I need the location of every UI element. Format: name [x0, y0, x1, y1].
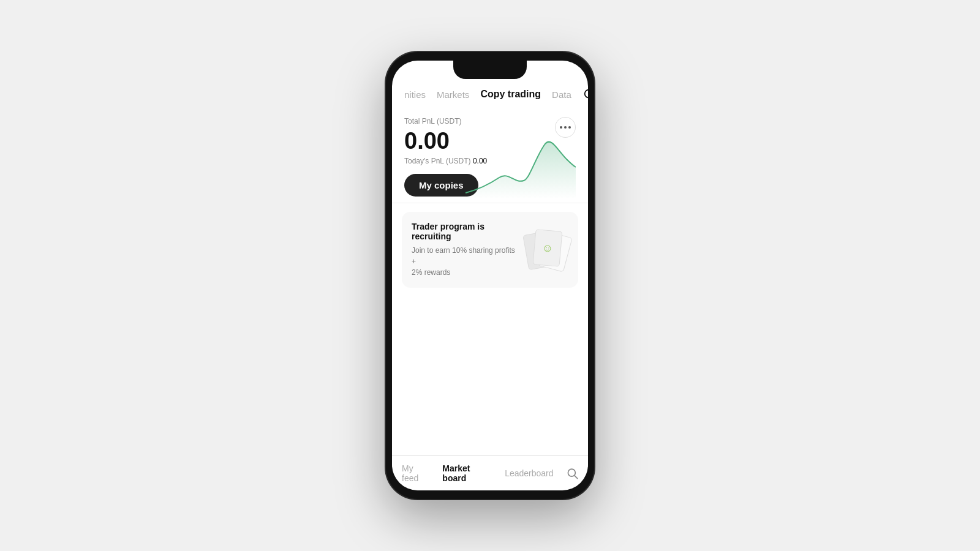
trader-card-desc: Join to earn 10% sharing profits +2% rew…	[412, 245, 519, 278]
bottom-tabs: My feed Market board Leaderboard	[392, 455, 588, 490]
tab-leaderboard[interactable]: Leaderboard	[505, 468, 553, 478]
nav-item-markets[interactable]: Markets	[437, 89, 469, 100]
dots-icon	[560, 126, 571, 129]
svg-point-0	[584, 90, 588, 98]
notch	[453, 61, 527, 79]
chart-svg	[466, 126, 576, 199]
pnl-label: Total PnL (USDT)	[404, 117, 576, 126]
screen-content: nities Markets Copy trading Data Total P…	[392, 61, 588, 490]
phone-wrapper: nities Markets Copy trading Data Total P…	[386, 52, 594, 499]
nav-item-data[interactable]: Data	[552, 89, 571, 100]
top-nav: nities Markets Copy trading Data	[392, 79, 588, 107]
person-icon: ☺	[541, 241, 554, 255]
trader-card-image: ★ ☺ T	[526, 230, 568, 270]
tab-my-feed[interactable]: My feed	[402, 463, 430, 483]
spacer	[392, 296, 588, 455]
pnl-content-row: Total PnL (USDT) 0.00 Today's PnL (USDT)…	[404, 117, 576, 197]
trader-card-text: Trader program is recruiting Join to ear…	[412, 222, 519, 278]
divider-1	[392, 203, 588, 203]
nav-item-opportunities[interactable]: nities	[404, 89, 426, 100]
pnl-today-label: Today's PnL (USDT)	[404, 157, 471, 165]
chart-area	[466, 126, 576, 199]
nav-item-copy-trading[interactable]: Copy trading	[480, 89, 541, 100]
bottom-search-icon[interactable]	[566, 467, 578, 480]
card-2: ☺	[533, 229, 563, 267]
nav-search-icon[interactable]	[582, 88, 588, 101]
phone-screen: nities Markets Copy trading Data Total P…	[392, 61, 588, 490]
svg-line-3	[575, 476, 578, 479]
tab-market-board[interactable]: Market board	[442, 463, 492, 483]
pnl-section: Total PnL (USDT) 0.00 Today's PnL (USDT)…	[392, 107, 588, 203]
trader-card[interactable]: Trader program is recruiting Join to ear…	[402, 212, 578, 288]
trader-card-title: Trader program is recruiting	[412, 222, 519, 241]
more-options-button[interactable]	[555, 117, 576, 138]
